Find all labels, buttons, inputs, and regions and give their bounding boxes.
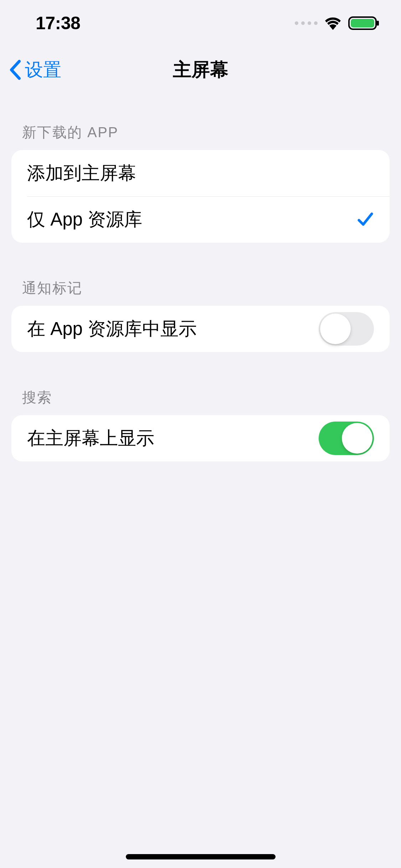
svg-rect-2 [377,21,379,26]
switch-knob [342,423,372,454]
back-label: 设置 [25,58,61,82]
list-group-badges: 在 App 资源库中显示 [11,306,390,352]
option-app-library-only[interactable]: 仅 App 资源库 [11,196,390,243]
checkmark-icon [357,211,374,228]
back-button[interactable]: 设置 [9,58,61,82]
svg-rect-1 [351,19,374,27]
cellular-signal-icon [295,21,318,25]
page-title: 主屏幕 [173,57,228,82]
option-label: 仅 App 资源库 [27,207,142,232]
list-group-search: 在主屏幕上显示 [11,415,390,461]
navigation-bar: 设置 主屏幕 [0,46,401,93]
content: 新下载的 APP 添加到主屏幕 仅 App 资源库 通知标记 在 App 资源库… [0,93,401,461]
status-icons [295,16,380,31]
option-label: 添加到主屏幕 [27,161,136,186]
wifi-icon [324,16,342,30]
option-add-to-home[interactable]: 添加到主屏幕 [11,150,390,196]
battery-icon [348,16,380,31]
section-header-search: 搜索 [0,380,401,415]
chevron-left-icon [9,59,21,81]
status-bar: 17:38 [0,0,401,46]
toggle-show-in-library[interactable] [319,312,374,346]
row-label: 在 App 资源库中显示 [27,317,197,341]
row-label: 在主屏幕上显示 [27,426,154,451]
row-show-in-library: 在 App 资源库中显示 [11,306,390,352]
row-show-on-home: 在主屏幕上显示 [11,415,390,461]
section-header-new-apps: 新下载的 APP [0,115,401,150]
toggle-show-on-home[interactable] [319,422,374,455]
list-group-new-apps: 添加到主屏幕 仅 App 资源库 [11,150,390,243]
status-time: 17:38 [36,13,80,33]
switch-knob [320,314,351,344]
section-header-badges: 通知标记 [0,270,401,306]
home-indicator[interactable] [126,854,276,859]
